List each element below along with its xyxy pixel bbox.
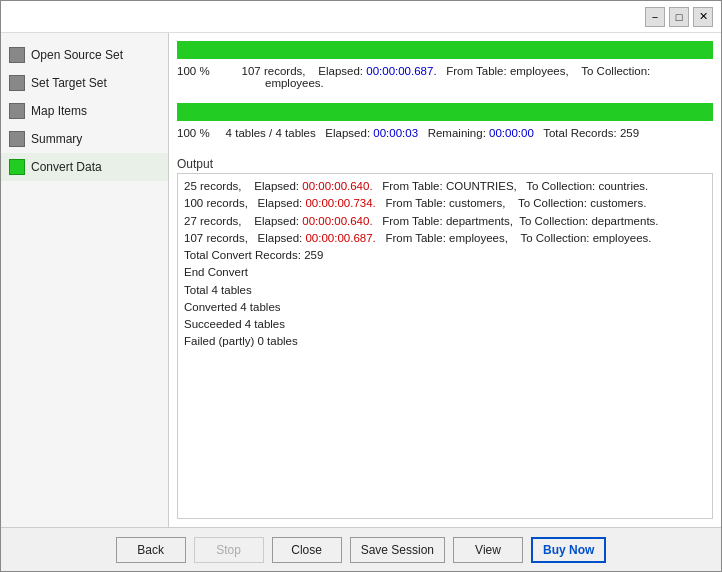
sidebar: Open Source Set Set Target Set Map Items… bbox=[1, 33, 169, 527]
output-box[interactable]: 25 records, Elapsed: 00:00:00.640. From … bbox=[177, 173, 713, 519]
output-line-5: Total Convert Records: 259 bbox=[184, 247, 706, 264]
output-line-3-text2: From Table: departments, To Collection: … bbox=[373, 215, 659, 227]
output-line-2-elapsed: 00:00:00.734. bbox=[305, 197, 375, 209]
progress-bar-2-fill bbox=[177, 103, 713, 121]
output-line-4-elapsed: 00:00:00.687. bbox=[305, 232, 375, 244]
output-section: Output 25 records, Elapsed: 00:00:00.640… bbox=[177, 157, 713, 519]
minimize-button[interactable]: − bbox=[645, 7, 665, 27]
sidebar-icon-convert-data bbox=[9, 159, 25, 175]
sidebar-item-open-source-set[interactable]: Open Source Set bbox=[1, 41, 168, 69]
sidebar-item-convert-data[interactable]: Convert Data bbox=[1, 153, 168, 181]
output-line-1-elapsed: 00:00:00.640. bbox=[302, 180, 372, 192]
sidebar-label-summary: Summary bbox=[31, 132, 82, 146]
output-line-3: 27 records, Elapsed: 00:00:00.640. From … bbox=[184, 213, 706, 230]
sidebar-icon-map-items bbox=[9, 103, 25, 119]
output-line-4-text2: From Table: employees, To Collection: em… bbox=[376, 232, 652, 244]
progress-2-total: Total Records: 259 bbox=[537, 127, 639, 139]
output-line-6: End Convert bbox=[184, 264, 706, 281]
output-line-3-text1: 27 records, Elapsed: bbox=[184, 215, 302, 227]
progress-section-2: 100 % 4 tables / 4 tables Elapsed: 00:00… bbox=[177, 103, 713, 145]
sidebar-item-map-items[interactable]: Map Items bbox=[1, 97, 168, 125]
progress-2-remaining-value: 00:00:00 bbox=[489, 127, 534, 139]
sidebar-label-map-items: Map Items bbox=[31, 104, 87, 118]
output-line-8: Converted 4 tables bbox=[184, 299, 706, 316]
progress-1-records: 107 records, bbox=[242, 65, 316, 77]
sidebar-item-set-target-set[interactable]: Set Target Set bbox=[1, 69, 168, 97]
output-line-7: Total 4 tables bbox=[184, 282, 706, 299]
sidebar-label-open-source-set: Open Source Set bbox=[31, 48, 123, 62]
sidebar-icon-open-source-set bbox=[9, 47, 25, 63]
output-line-4: 107 records, Elapsed: 00:00:00.687. From… bbox=[184, 230, 706, 247]
progress-2-percent: 100 % bbox=[177, 127, 222, 139]
progress-bar-2-container bbox=[177, 103, 713, 121]
save-session-button[interactable]: Save Session bbox=[350, 537, 445, 563]
output-label: Output bbox=[177, 157, 713, 171]
output-line-1-text2: From Table: COUNTRIES, To Collection: co… bbox=[373, 180, 649, 192]
output-line-2: 100 records, Elapsed: 00:00:00.734. From… bbox=[184, 195, 706, 212]
progress-1-to-label: To Collection: bbox=[581, 65, 650, 77]
buy-now-button[interactable]: Buy Now bbox=[531, 537, 606, 563]
main-panel: 100 % 107 records, Elapsed: 00:00:00.687… bbox=[169, 33, 721, 527]
back-button[interactable]: Back bbox=[116, 537, 186, 563]
progress-1-percent: 100 % bbox=[177, 65, 238, 77]
sidebar-icon-set-target-set bbox=[9, 75, 25, 91]
output-line-2-text1: 100 records, Elapsed: bbox=[184, 197, 305, 209]
progress-info-1: 100 % 107 records, Elapsed: 00:00:00.687… bbox=[177, 63, 713, 95]
sidebar-label-convert-data: Convert Data bbox=[31, 160, 102, 174]
progress-2-elapsed-label: Elapsed: bbox=[325, 127, 373, 139]
view-button[interactable]: View bbox=[453, 537, 523, 563]
close-button-footer[interactable]: Close bbox=[272, 537, 342, 563]
progress-2-remaining-label: Remaining: bbox=[421, 127, 489, 139]
output-line-10: Failed (partly) 0 tables bbox=[184, 333, 706, 350]
progress-bar-1-fill bbox=[177, 41, 713, 59]
progress-info-2: 100 % 4 tables / 4 tables Elapsed: 00:00… bbox=[177, 125, 713, 145]
sidebar-label-set-target-set: Set Target Set bbox=[31, 76, 107, 90]
output-line-4-text1: 107 records, Elapsed: bbox=[184, 232, 305, 244]
footer: Back Stop Close Save Session View Buy No… bbox=[1, 527, 721, 571]
main-window: − □ ✕ Open Source Set Set Target Set Map… bbox=[0, 0, 722, 572]
maximize-button[interactable]: □ bbox=[669, 7, 689, 27]
stop-button[interactable]: Stop bbox=[194, 537, 264, 563]
output-line-9: Succeeded 4 tables bbox=[184, 316, 706, 333]
close-button[interactable]: ✕ bbox=[693, 7, 713, 27]
progress-bar-1-container bbox=[177, 41, 713, 59]
progress-1-elapsed-label: Elapsed: bbox=[318, 65, 366, 77]
progress-2-tables: 4 tables / 4 tables bbox=[226, 127, 323, 139]
progress-1-to-value: employees. bbox=[177, 77, 324, 89]
progress-section-1: 100 % 107 records, Elapsed: 00:00:00.687… bbox=[177, 41, 713, 95]
progress-1-elapsed-value: 00:00:00.687. bbox=[366, 65, 436, 77]
content-area: Open Source Set Set Target Set Map Items… bbox=[1, 33, 721, 527]
output-line-1-text1: 25 records, Elapsed: bbox=[184, 180, 302, 192]
output-line-1: 25 records, Elapsed: 00:00:00.640. From … bbox=[184, 178, 706, 195]
title-bar: − □ ✕ bbox=[1, 1, 721, 33]
progress-2-elapsed-value: 00:00:03 bbox=[373, 127, 418, 139]
sidebar-icon-summary bbox=[9, 131, 25, 147]
progress-1-from: From Table: employees, bbox=[440, 65, 578, 77]
output-line-2-text2: From Table: customers, To Collection: cu… bbox=[376, 197, 647, 209]
output-line-3-elapsed: 00:00:00.640. bbox=[302, 215, 372, 227]
sidebar-item-summary[interactable]: Summary bbox=[1, 125, 168, 153]
